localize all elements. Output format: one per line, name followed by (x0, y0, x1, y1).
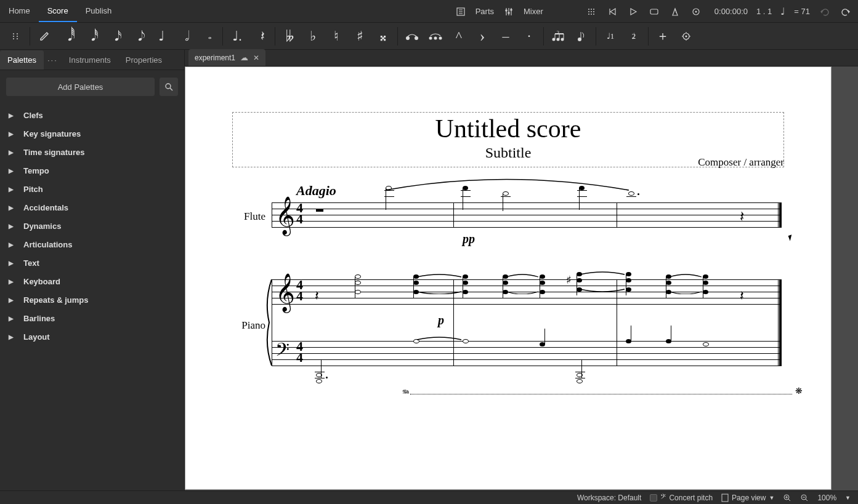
svg-point-8 (508, 12, 510, 14)
tempo-marking[interactable]: Adagio (296, 183, 336, 199)
svg-marker-19 (610, 9, 615, 15)
zoom-dropdown-icon[interactable]: ▼ (845, 495, 851, 501)
pedal-release[interactable]: ❋ (795, 386, 803, 396)
svg-point-36 (415, 36, 418, 40)
main-menu: Home Score Publish Parts Mixer 0:00:00: (0, 0, 858, 23)
palette-item[interactable]: ▶Layout (0, 327, 184, 346)
voice2-icon[interactable]: 𝅗𝅥2 (623, 26, 644, 47)
menu-home[interactable]: Home (0, 0, 39, 22)
note-1-icon[interactable]: 𝅝 (198, 26, 219, 47)
dynamic-pp[interactable]: pp (463, 232, 475, 246)
tenuto-icon[interactable]: – (495, 26, 516, 47)
pedal-mark[interactable]: 𝆮 (401, 387, 792, 400)
note-toolbar: 𝅘𝅥𝅱 𝅘𝅥𝅰 𝅘𝅥𝅯 𝅘𝅥𝅮 ♩ 𝅗𝅥 𝅝 ♩. 𝄽 𝄫 ♭ ♮ ♯ 𝄪 ^ … (0, 23, 858, 50)
accent-icon[interactable]: › (472, 26, 493, 47)
note-16-icon[interactable]: 𝅘𝅥𝅯 (104, 26, 125, 47)
dot-icon[interactable]: ♩. (227, 26, 248, 47)
add-palettes-button[interactable]: Add Palettes (6, 78, 155, 96)
natural-icon[interactable]: ♮ (326, 26, 347, 47)
palette-item[interactable]: ▶Tempo (0, 161, 184, 180)
play-icon[interactable] (627, 6, 639, 18)
note-8-icon[interactable]: 𝅘𝅥𝅮 (127, 26, 148, 47)
document-tab[interactable]: experiment1 ☁ ✕ (188, 49, 265, 66)
rest-icon[interactable]: 𝄽 (250, 26, 271, 47)
add-icon[interactable]: ＋ (652, 26, 673, 47)
tab-palettes[interactable]: Palettes (0, 50, 44, 70)
time-display: 0:00:00:0 (714, 7, 748, 16)
palette-item[interactable]: ▶Articulations (0, 235, 184, 254)
zoom-value[interactable]: 100% (817, 494, 836, 502)
redo-icon[interactable] (840, 6, 852, 18)
svg-marker-27 (820, 10, 822, 14)
tie-icon[interactable] (402, 26, 423, 47)
svg-point-37 (429, 36, 432, 39)
staccato-icon[interactable]: · (519, 26, 540, 47)
parts-label[interactable]: Parts (476, 7, 494, 16)
mixer-icon[interactable] (503, 6, 515, 18)
palette-item[interactable]: ▶Pitch (0, 180, 184, 198)
palette-item[interactable]: ▶Keyboard (0, 272, 184, 290)
palette-item[interactable]: ▶Time signatures (0, 143, 184, 161)
svg-point-11 (591, 9, 592, 10)
svg-point-17 (591, 14, 592, 15)
palette-item[interactable]: ▶Text (0, 254, 184, 272)
tab-properties[interactable]: Properties (118, 50, 169, 70)
note-icon: ♩ (780, 6, 785, 17)
tuplet-icon[interactable]: 3 (548, 26, 569, 47)
flip-icon[interactable] (571, 26, 592, 47)
score-page[interactable]: Untitled score Subtitle Composer / arran… (185, 66, 832, 490)
note-4-icon[interactable]: ♩ (151, 26, 172, 47)
menu-publish[interactable]: Publish (77, 0, 121, 22)
undo-icon[interactable] (819, 6, 831, 18)
staff-piano-bass[interactable]: 𝄢 44 (272, 341, 782, 366)
composer-text[interactable]: Composer / arranger (698, 156, 784, 169)
tab-more-icon[interactable]: ··· (44, 50, 62, 70)
mixer-label[interactable]: Mixer (524, 7, 543, 16)
move-icon[interactable] (585, 6, 597, 18)
instrument-label-flute: Flute (222, 210, 265, 223)
grab-icon[interactable] (5, 26, 26, 47)
note-32-icon[interactable]: 𝅘𝅥𝅰 (81, 26, 102, 47)
palette-item[interactable]: ▶Key signatures (0, 124, 184, 143)
settings-play-icon[interactable] (690, 6, 702, 18)
staff-flute[interactable]: 𝄞 44 𝄽 (272, 202, 782, 227)
svg-point-14 (591, 11, 592, 12)
rewind-icon[interactable] (606, 6, 618, 18)
score-title[interactable]: Untitled score (233, 114, 783, 143)
slur-icon[interactable] (425, 26, 446, 47)
workspace-label[interactable]: Workspace: Default (577, 494, 642, 502)
zoom-out-icon[interactable] (800, 494, 809, 502)
palette-item[interactable]: ▶Accidentals (0, 198, 184, 217)
svg-point-7 (505, 9, 508, 12)
dsharp-icon[interactable]: 𝄪 (373, 26, 394, 47)
svg-rect-22 (650, 9, 658, 14)
sharp-icon[interactable]: ♯ (349, 26, 370, 47)
metronome-icon[interactable] (669, 6, 681, 18)
page-view-dropdown[interactable]: Page view ▼ (721, 494, 774, 502)
cog-icon[interactable] (676, 26, 697, 47)
flat-icon[interactable]: ♭ (302, 26, 323, 47)
marcato-icon[interactable]: ^ (448, 26, 469, 47)
note-2-icon[interactable]: 𝅗𝅥 (174, 26, 195, 47)
dflat-icon[interactable]: 𝄫 (279, 26, 300, 47)
voice1-icon[interactable]: ♩1 (600, 26, 621, 47)
tab-instruments[interactable]: Instruments (62, 50, 118, 70)
staff-piano-treble[interactable]: 𝄞 44 𝄽 (272, 279, 782, 304)
menu-score[interactable]: Score (39, 0, 77, 22)
pencil-icon[interactable] (34, 26, 55, 47)
search-icon[interactable] (160, 78, 178, 96)
score-canvas[interactable]: Untitled score Subtitle Composer / arran… (185, 66, 858, 490)
left-panel: Palettes ··· Instruments Properties Add … (0, 50, 185, 490)
zoom-in-icon[interactable] (783, 494, 791, 502)
palette-item[interactable]: ▶Clefs (0, 106, 184, 124)
palette-item[interactable]: ▶Barlines (0, 309, 184, 327)
svg-point-39 (439, 36, 442, 39)
parts-icon[interactable] (455, 6, 467, 18)
dynamic-p[interactable]: p (438, 313, 444, 327)
concert-pitch-toggle[interactable]: 𝄢 Concert pitch (650, 492, 713, 503)
close-icon[interactable]: ✕ (253, 54, 259, 62)
loop-icon[interactable] (648, 6, 660, 18)
note-64-icon[interactable]: 𝅘𝅥𝅱 (57, 26, 78, 47)
palette-item[interactable]: ▶Repeats & jumps (0, 290, 184, 309)
palette-item[interactable]: ▶Dynamics (0, 217, 184, 235)
